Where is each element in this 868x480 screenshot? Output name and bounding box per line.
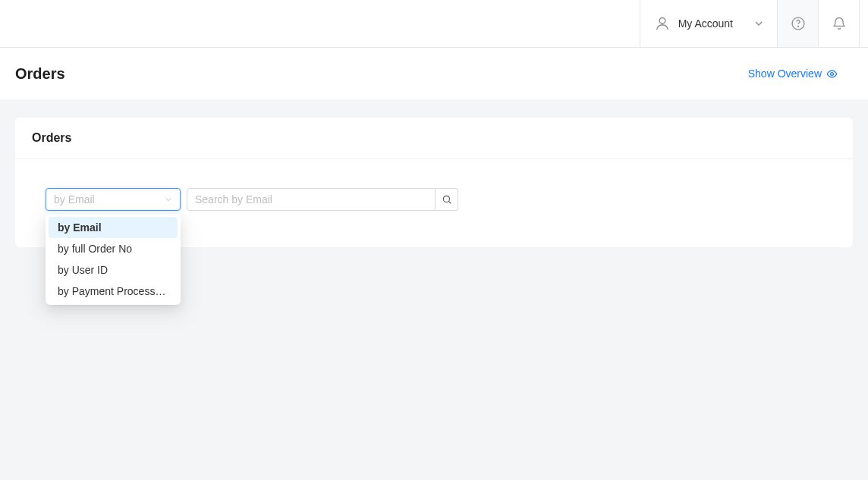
eye-icon [826, 68, 838, 80]
user-icon [654, 15, 671, 32]
orders-card: Orders by Email by [15, 118, 853, 247]
search-button[interactable] [436, 188, 458, 211]
search-group [187, 188, 458, 211]
dropdown-option-user-id[interactable]: by User ID [49, 259, 178, 281]
page-title: Orders [15, 65, 65, 83]
dropdown-option-payment-processor[interactable]: by Payment Processor Transaction ID [49, 281, 178, 302]
help-button[interactable] [777, 0, 818, 47]
show-overview-link[interactable]: Show Overview [748, 67, 838, 80]
card-header: Orders [15, 118, 853, 159]
help-icon [791, 16, 806, 31]
overview-link-label: Show Overview [748, 67, 822, 80]
card-body: by Email by Email by full Order No [15, 159, 853, 247]
chevron-down-icon [754, 19, 763, 28]
content-wrapper: Orders by Email by [0, 99, 868, 265]
svg-line-5 [448, 201, 451, 203]
dropdown-option-order-no[interactable]: by full Order No [49, 238, 178, 259]
account-label: My Account [678, 17, 733, 30]
search-type-select[interactable]: by Email [46, 188, 181, 211]
my-account-dropdown[interactable]: My Account [640, 0, 777, 47]
dropdown-option-email[interactable]: by Email [49, 217, 178, 238]
chevron-down-icon [165, 196, 172, 203]
svg-point-0 [659, 17, 665, 24]
search-input[interactable] [187, 188, 436, 211]
notifications-button[interactable] [818, 0, 859, 47]
svg-point-3 [831, 72, 834, 75]
svg-point-2 [797, 26, 798, 27]
top-header: My Account [0, 0, 868, 48]
svg-point-4 [443, 196, 449, 202]
search-icon [442, 194, 452, 205]
search-type-dropdown: by Email by full Order No by User ID by … [46, 214, 181, 305]
bell-icon [832, 16, 847, 31]
title-bar: Orders Show Overview [0, 48, 868, 99]
select-value: by Email [54, 193, 95, 205]
header-right-border [859, 0, 868, 47]
card-title: Orders [32, 131, 836, 145]
